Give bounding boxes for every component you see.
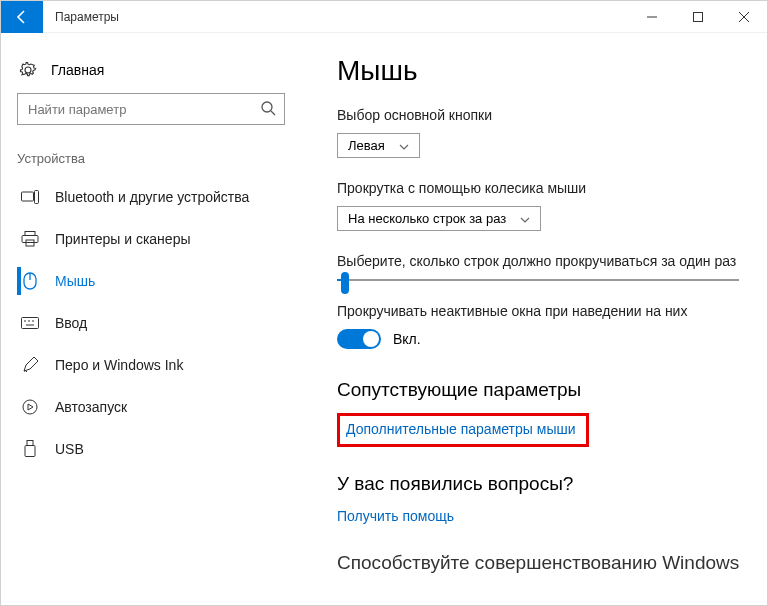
svg-rect-9 [22, 236, 38, 243]
svg-rect-8 [25, 232, 35, 236]
sidebar-item-bluetooth[interactable]: Bluetooth и другие устройства [17, 176, 285, 218]
svg-rect-7 [35, 191, 39, 204]
maximize-button[interactable] [675, 1, 721, 33]
sidebar-item-typing[interactable]: Ввод [17, 302, 285, 344]
select-value: Левая [348, 138, 385, 153]
autoplay-icon [21, 399, 39, 415]
minimize-icon [647, 12, 657, 22]
home-label: Главная [51, 62, 104, 78]
svg-rect-19 [27, 441, 33, 446]
svg-rect-6 [22, 192, 34, 201]
slider-track [337, 279, 739, 281]
close-button[interactable] [721, 1, 767, 33]
home-link[interactable]: Главная [17, 55, 285, 93]
chevron-down-icon [520, 211, 530, 226]
scroll-label: Прокрутка с помощью колесика мыши [337, 180, 739, 196]
footer-heading-cut: Способствуйте совершенствованию Windows [337, 552, 739, 574]
sidebar-item-pen[interactable]: Перо и Windows Ink [17, 344, 285, 386]
content: Мышь Выбор основной кнопки Левая Прокрут… [301, 33, 767, 605]
search-input[interactable] [17, 93, 285, 125]
svg-rect-1 [694, 12, 703, 21]
keyboard-icon [21, 317, 39, 329]
additional-mouse-options-link[interactable]: Дополнительные параметры мыши [346, 421, 576, 437]
chevron-down-icon [399, 138, 409, 153]
inactive-toggle[interactable] [337, 329, 381, 349]
pen-icon [21, 357, 39, 373]
minimize-button[interactable] [629, 1, 675, 33]
arrow-left-icon [14, 9, 30, 25]
primary-button-label: Выбор основной кнопки [337, 107, 739, 123]
lines-slider[interactable] [337, 279, 739, 281]
sidebar-item-label: Ввод [55, 315, 87, 331]
svg-point-18 [23, 400, 37, 414]
sidebar-item-label: Мышь [55, 273, 95, 289]
help-heading: У вас появились вопросы? [337, 473, 739, 495]
highlight-box: Дополнительные параметры мыши [337, 413, 589, 447]
sidebar-item-label: Принтеры и сканеры [55, 231, 190, 247]
titlebar: Параметры [1, 1, 767, 33]
get-help-link[interactable]: Получить помощь [337, 508, 454, 524]
window-title: Параметры [43, 10, 629, 24]
printer-icon [21, 231, 39, 247]
mouse-icon [21, 272, 39, 290]
lines-label: Выберите, сколько строк должно прокручив… [337, 253, 739, 269]
sidebar: Главная Устройства Bluetooth и другие ус… [1, 33, 301, 605]
window-controls [629, 1, 767, 33]
svg-rect-20 [25, 446, 35, 457]
search-field[interactable] [28, 102, 252, 117]
select-value: На несколько строк за раз [348, 211, 506, 226]
devices-icon [21, 190, 39, 204]
sidebar-item-label: Автозапуск [55, 399, 127, 415]
sidebar-item-label: Bluetooth и другие устройства [55, 189, 249, 205]
sidebar-item-usb[interactable]: USB [17, 428, 285, 470]
svg-rect-13 [22, 318, 39, 329]
primary-button-select[interactable]: Левая [337, 133, 420, 158]
svg-point-4 [262, 102, 272, 112]
related-heading: Сопутствующие параметры [337, 379, 739, 401]
search-icon [260, 100, 276, 120]
svg-line-5 [271, 111, 275, 115]
toggle-state: Вкл. [393, 331, 421, 347]
sidebar-group-title: Устройства [17, 151, 285, 166]
page-title: Мышь [337, 55, 739, 87]
sidebar-item-label: Перо и Windows Ink [55, 357, 183, 373]
gear-icon [19, 61, 37, 79]
sidebar-item-autoplay[interactable]: Автозапуск [17, 386, 285, 428]
back-button[interactable] [1, 1, 43, 33]
slider-thumb[interactable] [341, 272, 349, 294]
sidebar-item-mouse[interactable]: Мышь [17, 260, 285, 302]
close-icon [739, 12, 749, 22]
maximize-icon [693, 12, 703, 22]
sidebar-item-label: USB [55, 441, 84, 457]
usb-icon [21, 440, 39, 458]
scroll-select[interactable]: На несколько строк за раз [337, 206, 541, 231]
sidebar-item-printers[interactable]: Принтеры и сканеры [17, 218, 285, 260]
inactive-label: Прокручивать неактивные окна при наведен… [337, 303, 739, 319]
